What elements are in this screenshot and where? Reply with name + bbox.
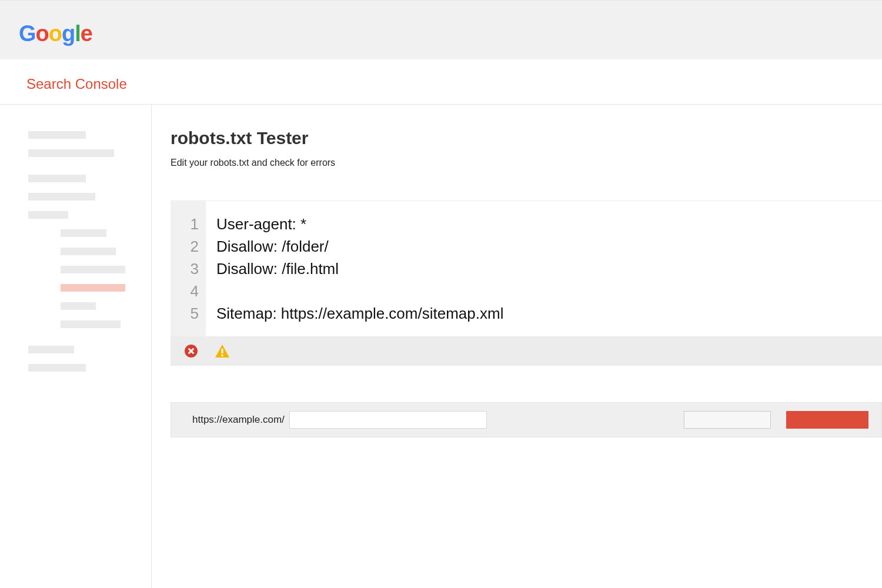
svg-rect-2: [222, 355, 223, 356]
sidebar-item[interactable]: [28, 364, 86, 372]
url-prefix: https://example.com/: [192, 414, 285, 426]
sidebar-item[interactable]: [28, 193, 95, 201]
editor-line[interactable]: 1 User-agent: *: [171, 213, 882, 235]
sidebar-subitem[interactable]: [61, 302, 96, 310]
sidebar-item[interactable]: [28, 131, 86, 139]
google-logo: Google: [19, 21, 882, 46]
line-text[interactable]: [206, 280, 216, 302]
main-content: robots.txt Tester Edit your robots.txt a…: [152, 105, 882, 588]
test-button[interactable]: [786, 411, 868, 429]
sidebar-item[interactable]: [28, 346, 74, 353]
sidebar-subitem[interactable]: [61, 229, 106, 237]
top-bar: Google: [0, 0, 882, 59]
layout: robots.txt Tester Edit your robots.txt a…: [0, 105, 882, 588]
line-text[interactable]: Disallow: /file.html: [206, 258, 339, 280]
line-number: 2: [171, 235, 206, 258]
product-name: Search Console: [26, 76, 882, 92]
robots-editor[interactable]: 1 User-agent: * 2 Disallow: /folder/ 3 D…: [171, 201, 882, 336]
page-title: robots.txt Tester: [171, 128, 882, 148]
page-subtitle: Edit your robots.txt and check for error…: [171, 158, 882, 168]
user-agent-select[interactable]: [684, 411, 771, 429]
line-text[interactable]: User-agent: *: [206, 213, 306, 235]
error-icon: [185, 345, 198, 358]
sidebar-item[interactable]: [28, 149, 114, 157]
url-tester-bar: https://example.com/: [171, 402, 882, 437]
warning-icon: [215, 345, 229, 358]
line-text[interactable]: Disallow: /folder/: [206, 235, 329, 258]
sidebar: [0, 105, 152, 588]
sidebar-subitem[interactable]: [61, 320, 121, 328]
line-number: 1: [171, 213, 206, 235]
svg-rect-1: [222, 349, 223, 353]
status-bar: [171, 336, 882, 366]
line-number: 4: [171, 280, 206, 302]
product-bar: Search Console: [0, 59, 882, 105]
line-text[interactable]: Sitemap: https://example.com/sitemap.xml: [206, 302, 503, 325]
sidebar-item[interactable]: [28, 211, 68, 219]
editor-line[interactable]: 3 Disallow: /file.html: [171, 258, 882, 280]
editor-line[interactable]: 5 Sitemap: https://example.com/sitemap.x…: [171, 302, 882, 325]
sidebar-subitem-active[interactable]: [61, 284, 125, 292]
editor-line[interactable]: 2 Disallow: /folder/: [171, 235, 882, 258]
editor-line[interactable]: 4: [171, 280, 882, 302]
sidebar-item[interactable]: [28, 175, 86, 182]
url-input[interactable]: [289, 411, 487, 429]
sidebar-subitem[interactable]: [61, 248, 116, 255]
line-number: 5: [171, 302, 206, 325]
sidebar-subitem[interactable]: [61, 266, 125, 273]
line-number: 3: [171, 258, 206, 280]
